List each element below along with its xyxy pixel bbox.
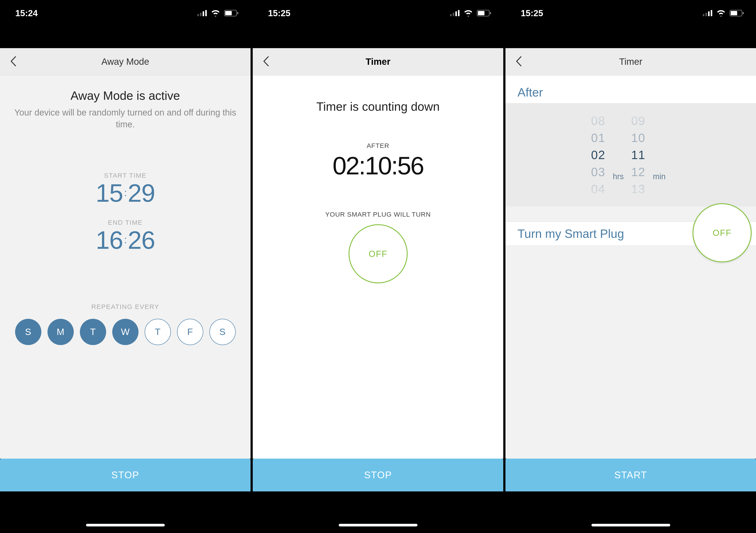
- day-toggle-4[interactable]: T: [145, 319, 171, 345]
- status-time: 15:25: [268, 8, 290, 18]
- away-subheading: Your device will be randomly turned on a…: [0, 107, 251, 130]
- svg-rect-3: [205, 10, 207, 16]
- back-button[interactable]: [262, 56, 269, 67]
- countdown-value: 02:10:56: [253, 151, 503, 180]
- phone-timer-setup: 15:25 Timer After 08 01 02 03 04: [505, 0, 756, 533]
- home-indicator[interactable]: [591, 524, 670, 526]
- battery-icon: [477, 10, 491, 16]
- cellular-icon: [703, 10, 713, 16]
- stop-button[interactable]: STOP: [0, 459, 251, 492]
- status-bar: 15:25: [505, 0, 756, 26]
- chevron-left-icon: [10, 56, 16, 67]
- after-section-header: After: [505, 75, 756, 103]
- phone-timer-countdown: 15:25 Timer Timer is counting down AFTER…: [253, 0, 503, 533]
- turn-plug-row: Turn my Smart Plug OFF: [505, 222, 756, 246]
- battery-icon: [730, 10, 744, 16]
- away-content: Away Mode is active Your device will be …: [0, 75, 251, 459]
- svg-rect-16: [708, 12, 710, 16]
- cellular-icon: [197, 10, 207, 16]
- start-time-label: START TIME: [0, 172, 251, 179]
- after-label: AFTER: [253, 142, 503, 149]
- svg-rect-9: [455, 12, 457, 16]
- repeat-label: REPEATING EVERY: [0, 303, 251, 310]
- stop-button[interactable]: STOP: [253, 459, 503, 492]
- minutes-unit: min: [647, 172, 672, 181]
- nav-bar: Timer: [505, 48, 756, 75]
- toggle-off-button[interactable]: OFF: [349, 224, 408, 283]
- end-time-value[interactable]: 16:26: [0, 227, 251, 253]
- home-indicator[interactable]: [86, 524, 165, 526]
- svg-rect-14: [703, 14, 704, 16]
- nav-bar: Away Mode: [0, 48, 251, 75]
- nav-bar: Timer: [253, 48, 503, 75]
- wifi-icon: [211, 10, 220, 16]
- status-bar: 15:25: [253, 0, 503, 26]
- svg-rect-13: [490, 12, 491, 14]
- hours-unit: hrs: [607, 172, 630, 181]
- chevron-left-icon: [515, 56, 522, 67]
- svg-rect-0: [197, 14, 199, 16]
- toggle-off-button[interactable]: OFF: [692, 203, 752, 262]
- will-turn-label: YOUR SMART PLUG WILL TURN: [253, 211, 503, 218]
- bottom-area: [0, 492, 251, 533]
- svg-rect-15: [705, 13, 707, 16]
- start-time-value[interactable]: 15:29: [0, 180, 251, 206]
- status-time: 15:25: [521, 8, 543, 18]
- svg-rect-10: [458, 10, 460, 16]
- nav-title: Timer: [365, 56, 391, 67]
- day-toggle-6[interactable]: S: [209, 319, 236, 345]
- svg-rect-12: [478, 11, 484, 15]
- timer-heading: Timer is counting down: [253, 99, 503, 114]
- svg-rect-7: [450, 14, 452, 16]
- hours-wheel[interactable]: 08 01 02 03 04: [590, 112, 607, 198]
- svg-rect-5: [225, 11, 232, 15]
- duration-picker[interactable]: 08 01 02 03 04 hrs 09 10 11 12 13 min: [505, 103, 756, 206]
- svg-rect-2: [202, 12, 204, 16]
- status-time: 15:24: [15, 8, 38, 18]
- svg-rect-19: [731, 11, 737, 15]
- repeat-days-row: SMTWTFS: [0, 319, 251, 345]
- cellular-icon: [450, 10, 460, 16]
- minutes-wheel[interactable]: 09 10 11 12 13: [630, 112, 647, 198]
- bottom-area: [253, 492, 503, 533]
- day-toggle-3[interactable]: W: [112, 319, 139, 345]
- turn-plug-label: Turn my Smart Plug: [518, 227, 624, 241]
- timer-content: Timer is counting down AFTER 02:10:56 YO…: [253, 75, 503, 459]
- status-icons: [197, 10, 238, 16]
- day-toggle-5[interactable]: F: [177, 319, 203, 345]
- nav-title: Away Mode: [101, 56, 149, 67]
- day-toggle-1[interactable]: M: [47, 319, 74, 345]
- wifi-icon: [464, 10, 473, 16]
- svg-rect-20: [742, 12, 744, 14]
- start-button[interactable]: START: [505, 459, 756, 492]
- away-heading: Away Mode is active: [0, 89, 251, 103]
- nav-title: Timer: [619, 56, 642, 67]
- timer-setup-content: After 08 01 02 03 04 hrs 09 10 11 12 13: [505, 75, 756, 459]
- end-time-label: END TIME: [0, 219, 251, 226]
- svg-rect-17: [711, 10, 712, 16]
- svg-rect-1: [200, 13, 202, 16]
- day-toggle-2[interactable]: T: [80, 319, 106, 345]
- wifi-icon: [716, 10, 726, 16]
- day-toggle-0[interactable]: S: [15, 319, 41, 345]
- back-button[interactable]: [515, 56, 522, 67]
- phone-away-mode: 15:24 Away Mode Away Mode is active Your…: [0, 0, 251, 533]
- status-icons: [450, 10, 491, 16]
- chevron-left-icon: [262, 56, 269, 67]
- bottom-area: [505, 492, 756, 533]
- home-indicator[interactable]: [339, 524, 418, 526]
- svg-rect-8: [453, 13, 454, 16]
- battery-icon: [224, 10, 238, 16]
- status-icons: [703, 10, 744, 16]
- status-bar: 15:24: [0, 0, 251, 26]
- back-button[interactable]: [10, 56, 16, 67]
- svg-rect-6: [237, 12, 238, 14]
